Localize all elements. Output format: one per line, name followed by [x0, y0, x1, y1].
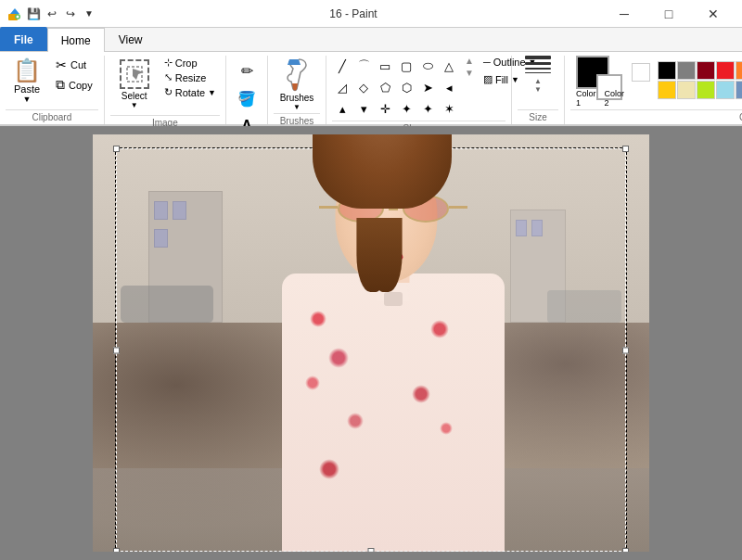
tab-home[interactable]: Home: [47, 28, 105, 52]
size-up-icon[interactable]: ▲: [534, 77, 542, 85]
cut-button[interactable]: ✂ Cut: [50, 56, 98, 74]
glasses-arm-left: [319, 206, 338, 209]
rotate-dropdown[interactable]: ▼: [208, 88, 216, 97]
color-swatch-1[interactable]: [677, 61, 696, 80]
paste-dropdown-icon[interactable]: ▼: [23, 95, 32, 104]
copy-button[interactable]: ⧉ Copy: [50, 75, 98, 95]
clipboard-group: 📋 Paste ▼ ✂ Cut ⧉ Copy Clipboard: [0, 56, 105, 124]
flower-6: [347, 413, 364, 429]
canvas-area[interactable]: [0, 126, 742, 560]
select-button[interactable]: Select ▼: [110, 56, 159, 113]
uarrow-shape[interactable]: ▴: [332, 98, 352, 119]
rect-shape[interactable]: ▭: [375, 56, 395, 76]
select-label: Select: [122, 91, 147, 101]
tab-file[interactable]: File: [0, 27, 47, 51]
rarrow-shape[interactable]: ➤: [417, 77, 438, 97]
crop-button[interactable]: ⊹ Crop: [160, 56, 220, 70]
brushes-content: Brushes ▼: [274, 56, 320, 113]
scroll-up[interactable]: ▲: [465, 56, 474, 66]
pencil-button[interactable]: ✏: [234, 57, 260, 83]
4arrow-shape[interactable]: ✛: [375, 98, 395, 119]
white-color-box[interactable]: [632, 63, 650, 82]
shapes-group: ╱ ⌒ ▭ ▢ ⬭ △ ◿ ◇ ⬠ ⬡ ➤ ◂ ▴ ▾ ✛ ✦ ✦ ✶: [326, 56, 512, 124]
shirt-body: [282, 274, 505, 552]
outline-icon: ─: [483, 57, 491, 68]
select-area: Select ▼: [110, 56, 159, 113]
brushes-button[interactable]: Brushes ▼: [274, 56, 320, 111]
paste-icon: 📋: [13, 59, 41, 82]
hexagon-shape[interactable]: ⬡: [396, 77, 416, 97]
line-shape[interactable]: ╱: [332, 56, 352, 76]
roundrect-shape[interactable]: ▢: [396, 56, 416, 76]
fill-icon: ▨: [483, 73, 493, 85]
color-swatch-14[interactable]: [658, 81, 676, 99]
star5-shape[interactable]: ✦: [417, 98, 438, 119]
glasses-arm-right: [449, 206, 467, 209]
hair-right: [375, 218, 403, 292]
maximize-button[interactable]: □: [647, 0, 690, 28]
select-dropdown[interactable]: ▼: [131, 101, 138, 109]
color-swatch-3[interactable]: [716, 61, 735, 80]
star6-shape[interactable]: ✶: [439, 98, 459, 119]
dropdown-icon[interactable]: ▼: [82, 6, 96, 21]
pentagon-shape[interactable]: ⬠: [375, 77, 395, 97]
image-tools: ⊹ Crop ⤡ Resize ↻ Rotate ▼: [160, 56, 220, 99]
size-down-icon[interactable]: ▼: [534, 85, 542, 94]
flower-1: [310, 311, 326, 327]
color-swatch-18[interactable]: [736, 81, 742, 99]
clipboard-content: 📋 Paste ▼ ✂ Cut ⧉ Copy: [6, 56, 98, 109]
rttriangle-shape[interactable]: ◿: [332, 77, 352, 97]
size-content: ▲ ▼: [518, 56, 558, 109]
save-icon[interactable]: 💾: [26, 6, 41, 21]
paint-canvas: [93, 134, 649, 552]
paste-label: Paste: [14, 83, 40, 95]
color-swatch-0[interactable]: [658, 61, 676, 80]
size-line-4: [525, 56, 551, 59]
brushes-dropdown[interactable]: ▼: [293, 103, 301, 111]
window-controls: ─ □ ✕: [603, 0, 735, 28]
cut-copy-group: ✂ Cut ⧉ Copy: [50, 56, 98, 95]
image-group: Select ▼ ⊹ Crop ⤡ Resize ↻ Rotate ▼: [105, 56, 226, 124]
size-group: ▲ ▼ Size: [512, 56, 565, 124]
flower-2: [328, 348, 349, 368]
redo-icon[interactable]: ↪: [63, 6, 78, 21]
ellipse-shape[interactable]: ⬭: [417, 56, 438, 76]
close-button[interactable]: ✕: [692, 0, 735, 28]
resize-icon: ⤡: [164, 71, 173, 83]
larrow-shape[interactable]: ◂: [439, 77, 459, 97]
color-swatch-4[interactable]: [736, 61, 742, 80]
photo-background: [93, 134, 649, 552]
flower-7: [440, 422, 453, 435]
minimize-button[interactable]: ─: [603, 0, 646, 28]
color2-label: Color 2: [605, 89, 625, 108]
undo-icon[interactable]: ↩: [45, 6, 59, 21]
color-palette: [658, 61, 742, 99]
svg-point-2: [17, 15, 19, 18]
color-swatch-2[interactable]: [697, 61, 715, 80]
resize-button[interactable]: ⤡ Resize: [160, 70, 220, 84]
paste-button[interactable]: 📋 Paste ▼: [6, 56, 48, 108]
select-icon: [120, 59, 149, 89]
color-swatch-16[interactable]: [697, 81, 715, 99]
color-swatch-15[interactable]: [677, 81, 696, 99]
tab-view[interactable]: View: [105, 27, 157, 51]
curve-shape[interactable]: ⌒: [353, 56, 374, 76]
shapes-grid: ╱ ⌒ ▭ ▢ ⬭ △ ◿ ◇ ⬠ ⬡ ➤ ◂ ▴ ▾ ✛ ✦ ✦ ✶: [332, 56, 459, 119]
rotate-button[interactable]: ↻ Rotate ▼: [160, 85, 220, 99]
diamond-shape[interactable]: ◇: [353, 77, 374, 97]
bow-tie: [384, 292, 403, 306]
flower-3: [430, 320, 449, 338]
cut-icon: ✂: [56, 57, 67, 72]
size-label: Size: [518, 109, 558, 124]
fill-button[interactable]: 🪣: [234, 85, 260, 111]
darrow-shape[interactable]: ▾: [353, 98, 374, 119]
crop-icon: ⊹: [164, 57, 173, 69]
flower-4: [305, 375, 320, 390]
car-left: [121, 286, 213, 323]
star4-shape[interactable]: ✦: [396, 98, 416, 119]
scroll-down[interactable]: ▼: [465, 68, 474, 78]
triangle-shape[interactable]: △: [439, 56, 459, 76]
size-button[interactable]: ▲ ▼: [518, 56, 558, 94]
color-swatch-17[interactable]: [716, 81, 735, 99]
size-line-3: [525, 62, 551, 65]
